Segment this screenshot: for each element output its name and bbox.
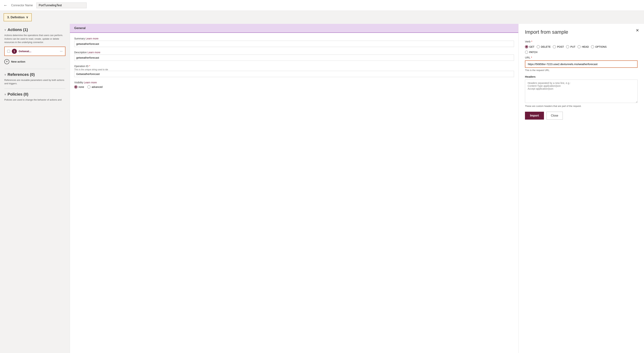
visibility-label: Visibility Learn more <box>74 81 514 84</box>
policies-chevron-icon[interactable]: ∨ <box>4 93 6 96</box>
references-section-header: ∨ References (0) <box>4 72 66 77</box>
verb-options-radio[interactable] <box>591 45 594 48</box>
operation-id-label: Operation ID * <box>74 65 514 68</box>
verb-required-star: * <box>531 40 532 43</box>
visibility-advanced-option[interactable]: advanced <box>87 85 102 88</box>
visibility-field-group: Visibility Learn more none advanced <box>74 81 514 88</box>
connector-name-input[interactable] <box>36 2 86 8</box>
action-buttons: Import Close <box>525 112 638 120</box>
actions-chevron-icon[interactable]: ∨ <box>4 28 6 31</box>
back-button[interactable]: ← <box>4 3 8 8</box>
verb-label: Verb * <box>525 40 638 43</box>
visibility-advanced-radio[interactable] <box>87 85 90 88</box>
action-number: 1 <box>12 49 17 54</box>
summary-learn-more-link[interactable]: Learn more <box>86 37 98 40</box>
verb-delete-radio[interactable] <box>536 45 540 48</box>
mid-content: Summary Learn more Description Learn mor… <box>70 33 518 97</box>
verb-get-option[interactable]: GET <box>525 45 534 48</box>
connector-name-label: Connector Name <box>11 4 33 7</box>
action-item-getweat[interactable]: 1 Getweat... ··· <box>4 46 66 56</box>
mid-panel: General Summary Learn more Description L… <box>70 24 518 353</box>
description-label: Description Learn more <box>74 51 514 54</box>
verb-head-option[interactable]: HEAD <box>578 45 589 48</box>
divider-1 <box>4 69 66 69</box>
main-content: ∨ Actions (1) Actions determine the oper… <box>0 24 644 353</box>
verb-patch-radio[interactable] <box>525 50 528 54</box>
description-input[interactable] <box>74 54 514 61</box>
actions-description: Actions determine the operations that us… <box>4 34 66 44</box>
references-chevron-icon[interactable]: ∨ <box>4 73 6 76</box>
verb-put-option[interactable]: PUT <box>566 45 575 48</box>
url-field-row: URL * This is the request URL. <box>525 56 638 72</box>
verb-group: GET DELETE POST PUT HEAD OPTIONS <box>525 45 638 48</box>
verb-options-option[interactable]: OPTIONS <box>591 45 606 48</box>
general-tab[interactable]: General <box>70 24 518 33</box>
close-button[interactable]: Close <box>546 112 563 120</box>
operation-id-input[interactable] <box>74 71 514 77</box>
summary-input[interactable] <box>74 41 514 47</box>
policies-title: Policies (0) <box>8 92 28 97</box>
visibility-none-radio[interactable] <box>74 85 78 88</box>
action-name: Getweat... <box>19 50 58 53</box>
verb-head-radio[interactable] <box>578 45 581 48</box>
definition-bar: 3. Definition ∨ <box>0 11 644 24</box>
description-learn-more-link[interactable]: Learn more <box>88 51 100 54</box>
headers-textarea[interactable] <box>525 80 638 103</box>
visibility-radio-group: none advanced <box>74 85 514 88</box>
policies-description: Policies are used to change the behavior… <box>4 98 66 102</box>
summary-label: Summary Learn more <box>74 37 514 40</box>
top-bar: ← Connector Name <box>0 0 644 11</box>
url-label: URL * <box>525 56 638 59</box>
verb-group-row2: PATCH <box>525 50 638 54</box>
url-hint: This is the request URL. <box>525 69 638 72</box>
chevron-down-icon: ∨ <box>26 16 28 19</box>
action-checkbox[interactable] <box>7 50 10 53</box>
url-input[interactable] <box>525 60 638 68</box>
policies-section-header: ∨ Policies (0) <box>4 92 66 97</box>
headers-label: Headers <box>525 75 638 78</box>
close-panel-button[interactable]: ✕ <box>636 28 639 33</box>
new-action-button[interactable]: + New action <box>4 58 66 66</box>
panel-title: Import from sample <box>525 29 638 35</box>
verb-get-radio[interactable] <box>525 45 528 48</box>
visibility-none-option[interactable]: none <box>74 85 84 88</box>
headers-hint: These are custom headers that are part o… <box>525 105 638 108</box>
right-panel: Import from sample ✕ Verb * GET DELETE P… <box>518 24 644 353</box>
import-button[interactable]: Import <box>525 112 544 120</box>
definition-tab[interactable]: 3. Definition ∨ <box>4 13 32 21</box>
left-panel: ∨ Actions (1) Actions determine the oper… <box>0 24 70 353</box>
description-field-group: Description Learn more <box>74 51 514 61</box>
divider-2 <box>4 88 66 89</box>
verb-put-radio[interactable] <box>566 45 569 48</box>
actions-title: Actions (1) <box>8 28 28 32</box>
definition-tab-label: 3. Definition <box>7 16 24 19</box>
verb-delete-option[interactable]: DELETE <box>536 45 550 48</box>
actions-section-header: ∨ Actions (1) <box>4 28 66 32</box>
verb-post-option[interactable]: POST <box>553 45 564 48</box>
verb-post-radio[interactable] <box>553 45 556 48</box>
add-icon: + <box>4 59 9 64</box>
visibility-learn-more-link[interactable]: Learn more <box>84 81 97 84</box>
references-description: References are reusable parameters used … <box>4 78 66 85</box>
summary-field-group: Summary Learn more <box>74 37 514 47</box>
operation-id-hint: This is the unique string used to ide <box>74 68 514 71</box>
required-star: * <box>89 65 90 68</box>
references-title: References (0) <box>8 72 35 77</box>
url-required-star: * <box>531 56 532 59</box>
verb-patch-option[interactable]: PATCH <box>525 50 537 54</box>
new-action-label: New action <box>11 60 25 63</box>
action-more-icon[interactable]: ··· <box>60 49 62 53</box>
operation-id-field-group: Operation ID * This is the unique string… <box>74 65 514 77</box>
